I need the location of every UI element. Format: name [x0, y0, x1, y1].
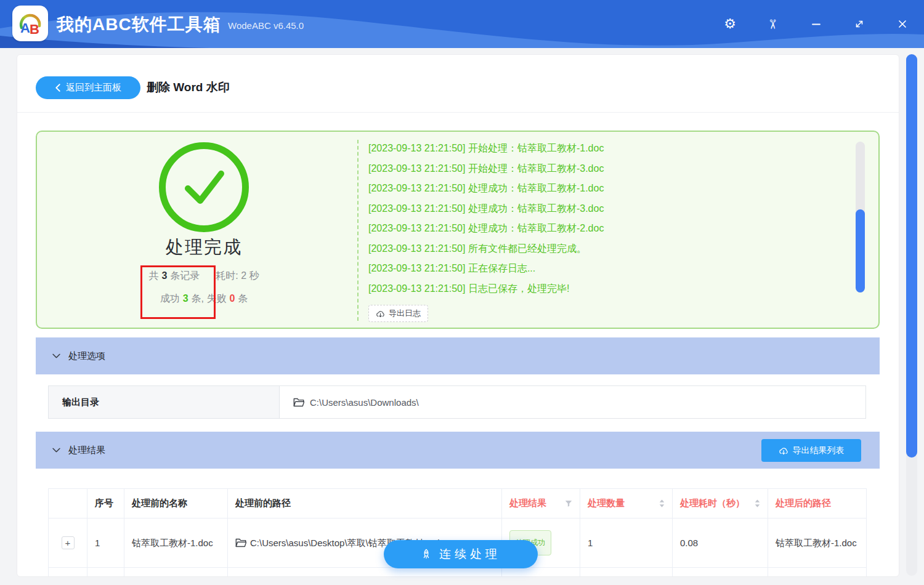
continue-button[interactable]: 连续处理 [384, 540, 538, 568]
settings-button[interactable]: ⚙ [718, 0, 742, 48]
window-scrollbar-thumb[interactable] [906, 54, 917, 458]
back-button-label: 返回到主面板 [66, 82, 121, 94]
table-header-path-after: 处理后的路径 [768, 489, 867, 518]
success-mid: 条, 失败 [192, 293, 227, 304]
header-result-label: 处理结果 [509, 498, 546, 509]
rocket-icon [421, 549, 432, 560]
close-icon [898, 19, 907, 29]
log-line: [2023-09-13 21:21:50] 日志已保存，处理完毕! [368, 279, 849, 299]
cell-count: 1 [580, 518, 673, 567]
chevron-down-icon [52, 448, 60, 453]
success-ring [159, 142, 249, 232]
cell-count [580, 568, 673, 577]
fail-suffix: 条 [238, 293, 248, 304]
log-line: [2023-09-13 21:21:50] 处理成功：钴萃取工教材-1.doc [368, 179, 849, 199]
export-log-button[interactable]: 导出日志 [368, 305, 428, 322]
gear-icon: ⚙ [724, 17, 736, 31]
cell-path-after: 钴萃取工教材-1.doc [768, 518, 867, 567]
screenshot-button[interactable]: ✂ [761, 0, 785, 48]
summary-line-total: 共3条记录耗时: 2 秒 [37, 268, 371, 283]
folder-icon [293, 398, 304, 407]
section-header-results[interactable]: 处理结果 导出结果列表 [36, 432, 880, 469]
output-dir-value: C:\Users\asus\Downloads\ [310, 397, 419, 408]
minimize-icon [811, 19, 821, 29]
expand-row-button[interactable]: + [62, 536, 75, 549]
cell-path-after: 钴萃取工教材-2.doc [768, 568, 867, 577]
table-header-index: 序号 [87, 489, 124, 518]
output-dir-field[interactable]: C:\Users\asus\Downloads\ [280, 386, 865, 418]
cell-elapsed [673, 568, 768, 577]
total-suffix: 条记录 [170, 270, 200, 281]
table-header-path-before: 处理前的路径 [228, 489, 502, 518]
cell-name-before: 钴萃取工教材-2.doc [124, 568, 228, 577]
maximize-button[interactable] [847, 0, 872, 48]
table-header-expand [49, 489, 87, 518]
name-before-text: 钴萃取工教材-1.doc [132, 534, 213, 552]
logo-letter-b: B [30, 22, 39, 37]
log-line: [2023-09-13 21:21:50] 正在保存日志... [368, 259, 849, 279]
log-scrollbar[interactable] [856, 142, 865, 292]
sort-icon[interactable] [755, 499, 760, 507]
result-panel: 处理完成 共3条记录耗时: 2 秒 成功3条, 失败0条 [2023-09-13… [36, 131, 880, 329]
app-title: 我的ABC软件工具箱 [57, 15, 221, 34]
fail-count: 0 [229, 293, 235, 304]
chevron-down-icon [52, 353, 60, 358]
cell-path-before: C:\Users\asus\Desktop\萃取\钴萃取工教材-2.doc [228, 568, 502, 577]
header-elapsed-label: 处理耗时（秒） [680, 498, 745, 509]
logo-letter-a: A [20, 20, 30, 36]
minimize-button[interactable] [804, 0, 829, 48]
output-dir-row: 输出目录 C:\Users\asus\Downloads\ [48, 385, 866, 419]
app-logo: A B [12, 6, 48, 41]
export-results-button[interactable]: 导出结果列表 [761, 439, 861, 462]
cell-expand: + [49, 568, 87, 577]
log-line: [2023-09-13 21:21:50] 开始处理：钴萃取工教材-3.doc [368, 159, 849, 179]
export-log-label: 导出日志 [389, 308, 421, 319]
section-header-options[interactable]: 处理选项 [36, 337, 880, 374]
summary-line-detail: 成功3条, 失败0条 [37, 291, 371, 306]
table-header-result: 处理结果 [502, 489, 580, 518]
cloud-download-icon [779, 446, 788, 455]
results-section-label: 处理结果 [68, 445, 105, 456]
window-scrollbar[interactable] [906, 54, 917, 576]
log-line: [2023-09-13 21:21:50] 所有文件都已经处理完成。 [368, 239, 849, 259]
cell-index: 1 [87, 518, 124, 567]
success-prefix: 成功 [160, 293, 180, 304]
chevron-left-icon [55, 84, 60, 92]
maximize-icon [854, 19, 864, 29]
app-version: WodeABC v6.45.0 [228, 20, 304, 31]
header-divider [17, 112, 899, 113]
cell-index: 2 [87, 568, 124, 577]
page-title: 删除 Word 水印 [147, 81, 230, 94]
cell-elapsed: 0.08 [673, 518, 768, 567]
filter-icon[interactable] [565, 500, 572, 507]
total-prefix: 共 [148, 270, 158, 281]
table-row: + 2 钴萃取工教材-2.doc C:\Users\asus\Desktop\萃… [49, 568, 867, 577]
cell-result [502, 568, 580, 577]
sort-icon[interactable] [659, 499, 665, 507]
cell-name-before: 钴萃取工教材-1.doc [124, 518, 228, 567]
table-header-name-before: 处理前的名称 [124, 489, 228, 518]
success-count: 3 [183, 293, 188, 304]
continue-button-label: 连续处理 [439, 546, 501, 562]
back-button[interactable]: 返回到主面板 [36, 76, 140, 99]
table-header-row: 序号 处理前的名称 处理前的路径 处理结果 处理数量 处理耗时（秒） 处理后的路… [49, 488, 867, 518]
header-count-label: 处理数量 [588, 498, 625, 509]
scissors-icon: ✂ [766, 18, 779, 30]
output-dir-label: 输出目录 [49, 386, 280, 418]
log-list: [2023-09-13 21:21:50] 开始处理：钴萃取工教材-1.doc … [368, 139, 849, 299]
application-window: A B 我的ABC软件工具箱 WodeABC v6.45.0 ⚙ ✂ [0, 0, 924, 585]
elapsed-text: 耗时: 2 秒 [216, 270, 259, 281]
log-line: [2023-09-13 21:21:50] 开始处理：钴萃取工教材-1.doc [368, 139, 849, 159]
app-titlebar: A B 我的ABC软件工具箱 WodeABC v6.45.0 ⚙ ✂ [0, 0, 924, 48]
main-card: 返回到主面板 删除 Word 水印 处理完成 共3条记录耗时: 2 秒 成功3条… [17, 54, 899, 577]
table-header-count: 处理数量 [580, 489, 673, 518]
status-title: 处理完成 [37, 235, 371, 260]
log-divider [357, 140, 359, 321]
close-button[interactable] [890, 0, 915, 48]
total-count: 3 [161, 270, 167, 281]
check-icon [176, 159, 232, 216]
path-after-text: 钴萃取工教材-1.doc [776, 534, 857, 552]
log-scrollbar-thumb[interactable] [856, 209, 865, 292]
export-results-label: 导出结果列表 [793, 445, 845, 456]
log-line: [2023-09-13 21:21:50] 处理成功：钴萃取工教材-2.doc [368, 219, 849, 239]
